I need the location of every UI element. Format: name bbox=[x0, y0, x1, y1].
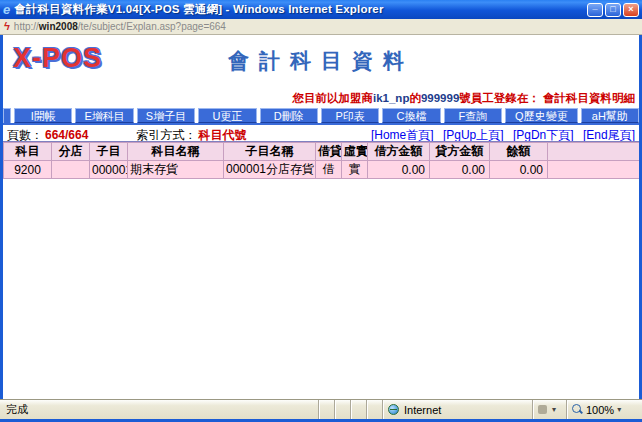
title-bar: e 會計科目資料作業V1.04[X-POS 雲通網] - Windows Int… bbox=[0, 0, 642, 19]
open-account-button[interactable]: I開帳 bbox=[14, 108, 72, 123]
col-subject-name: 科目名稱 bbox=[128, 143, 224, 161]
pgup-link[interactable]: [PgUp上頁] bbox=[443, 128, 504, 142]
cell-subject-name: 期末存貨 bbox=[128, 161, 224, 179]
close-button[interactable]: × bbox=[623, 3, 639, 17]
col-credit-amount: 貸方金額 bbox=[430, 143, 490, 161]
ie-logo-icon: e bbox=[3, 3, 10, 16]
status-text: 完成 bbox=[0, 402, 318, 417]
magnifier-icon bbox=[572, 404, 583, 415]
cell-virtual-real: 實 bbox=[342, 161, 368, 179]
merchant-id: ik1_np bbox=[373, 92, 409, 104]
page-count-value: 664/664 bbox=[45, 128, 88, 142]
zoom-dropdown-arrow-icon: ▾ bbox=[617, 405, 621, 414]
pager-row: 頁數： 664/664 索引方式： 科目代號 [Home首頁] [PgUp上頁]… bbox=[3, 125, 639, 141]
url-text: http://win2008/te/subject/Explan.asp?pag… bbox=[14, 21, 226, 32]
col-debit-credit: 借貸 bbox=[316, 143, 342, 161]
address-bar[interactable]: ϟ http://win2008/te/subject/Explan.asp?p… bbox=[0, 19, 642, 35]
globe-icon bbox=[388, 404, 399, 415]
dropdown-arrow-icon: ▾ bbox=[552, 405, 556, 414]
table-row[interactable]: 9200 000001 期末存貨 000001分店存貨 借 實 0.00 0.0… bbox=[4, 161, 640, 179]
page-header: X-POS 會計科目資料 bbox=[3, 35, 639, 91]
browser-window: e 會計科目資料作業V1.04[X-POS 雲通網] - Windows Int… bbox=[0, 0, 642, 422]
page-content: X-POS 會計科目資料 您目前以加盟商ik1_np的999999號員工登錄在：… bbox=[3, 35, 639, 399]
col-balance: 餘額 bbox=[490, 143, 548, 161]
status-divider bbox=[334, 400, 350, 419]
print-button[interactable]: P印表 bbox=[321, 108, 379, 123]
col-subject: 科目 bbox=[4, 143, 52, 161]
tool-icon bbox=[538, 405, 547, 414]
login-location: 會計科目資料明細 bbox=[543, 92, 635, 104]
end-page-link[interactable]: [End尾頁] bbox=[583, 128, 635, 142]
help-button[interactable]: aH幫助 bbox=[581, 108, 639, 123]
add-subitem-button[interactable]: S增子目 bbox=[137, 108, 195, 123]
cell-debit-amount: 0.00 bbox=[368, 161, 430, 179]
accounts-table-wrap: 科目 分店 子目 科目名稱 子目名稱 借貸 虛實 借方金額 貸方金額 餘額 固 bbox=[3, 141, 639, 179]
col-virtual-real: 虛實 bbox=[342, 143, 368, 161]
zoom-level: 100% bbox=[586, 404, 614, 416]
status-divider bbox=[366, 400, 382, 419]
zone-label: Internet bbox=[404, 404, 441, 416]
col-subitem-name: 子目名稱 bbox=[224, 143, 316, 161]
status-tool[interactable]: ▾ bbox=[532, 400, 566, 419]
table-header-row: 科目 分店 子目 科目名稱 子目名稱 借貸 虛實 借方金額 貸方金額 餘額 固 bbox=[4, 143, 640, 161]
pgdn-link[interactable]: [PgDn下頁] bbox=[513, 128, 574, 142]
change-file-button[interactable]: C換檔 bbox=[382, 108, 440, 123]
update-button[interactable]: U更正 bbox=[198, 108, 256, 123]
status-bar: 完成 Internet ▾ 100% ▾ bbox=[0, 399, 642, 419]
content-filler bbox=[3, 179, 639, 399]
toolbar-stub bbox=[3, 108, 11, 123]
home-page-link[interactable]: [Home首頁] bbox=[371, 128, 434, 142]
col-fixed: 固 bbox=[548, 143, 640, 161]
query-button[interactable]: F查詢 bbox=[444, 108, 502, 123]
history-button[interactable]: Q歷史變更 bbox=[505, 108, 577, 123]
col-debit-amount: 借方金額 bbox=[368, 143, 430, 161]
employee-id: 999999 bbox=[421, 92, 459, 104]
security-zone: Internet bbox=[382, 400, 532, 419]
cell-branch bbox=[52, 161, 90, 179]
cell-fixed bbox=[548, 161, 640, 179]
xpos-logo: X-POS bbox=[13, 43, 102, 74]
window-title: 會計科目資料作業V1.04[X-POS 雲通網] - Windows Inter… bbox=[14, 2, 587, 17]
cell-subitem: 000001 bbox=[90, 161, 128, 179]
cell-debit-credit: 借 bbox=[316, 161, 342, 179]
accounts-table: 科目 分店 子目 科目名稱 子目名稱 借貸 虛實 借方金額 貸方金額 餘額 固 bbox=[3, 142, 639, 179]
add-subject-button[interactable]: E增科目 bbox=[75, 108, 133, 123]
cell-subject: 9200 bbox=[4, 161, 52, 179]
maximize-button[interactable]: □ bbox=[605, 3, 621, 17]
status-divider bbox=[318, 400, 334, 419]
status-divider bbox=[350, 400, 366, 419]
cell-credit-amount: 0.00 bbox=[430, 161, 490, 179]
login-status: 您目前以加盟商ik1_np的999999號員工登錄在： 會計科目資料明細 bbox=[3, 91, 639, 106]
col-subitem: 子目 bbox=[90, 143, 128, 161]
minimize-button[interactable]: _ bbox=[587, 3, 603, 17]
col-branch: 分店 bbox=[52, 143, 90, 161]
cell-subitem-name: 000001分店存貨 bbox=[224, 161, 316, 179]
delete-button[interactable]: D刪除 bbox=[260, 108, 318, 123]
favicon-icon: ϟ bbox=[4, 21, 10, 32]
zoom-control[interactable]: 100% ▾ bbox=[566, 400, 642, 419]
toolbar: I開帳 E增科目 S增子目 U更正 D刪除 P印表 C換檔 F查詢 Q歷史變更 … bbox=[3, 108, 639, 125]
cell-balance: 0.00 bbox=[490, 161, 548, 179]
